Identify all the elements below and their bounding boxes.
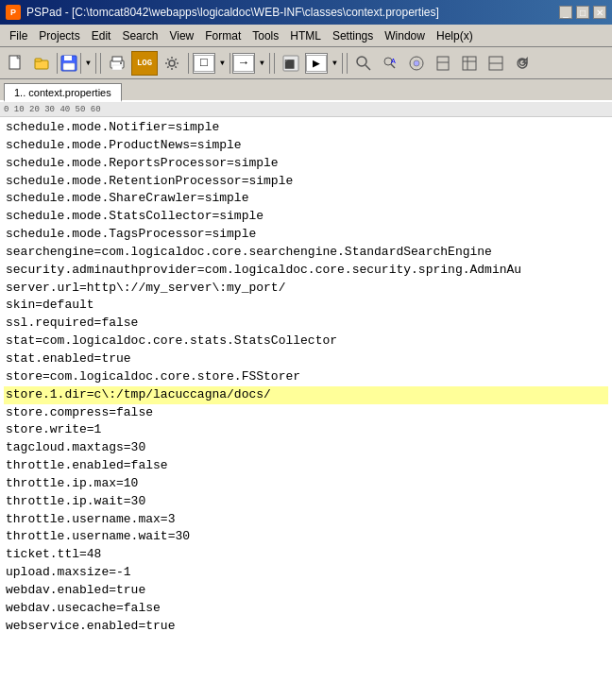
code-line-20: throttle.ip.max=10 <box>4 475 608 493</box>
code-line-2: schedule.mode.ReportsProcessor=simple <box>4 155 608 173</box>
print-button[interactable] <box>105 51 129 76</box>
maximize-button[interactable]: □ <box>576 6 589 19</box>
code-line-8: security.adminauthprovider=com.logicaldo… <box>4 262 608 280</box>
code-line-23: throttle.username.wait=30 <box>4 528 608 546</box>
separator-4 <box>347 53 348 74</box>
menu-projects[interactable]: Projects <box>33 27 85 44</box>
svg-text:A: A <box>391 57 396 65</box>
code-line-22: throttle.username.max=3 <box>4 511 608 529</box>
close-button[interactable]: ✕ <box>593 6 606 19</box>
code-line-13: stat.enabled=true <box>4 350 608 368</box>
ruler: 0 10 20 30 40 50 60 <box>0 102 612 117</box>
code-line-11: ssl.required=false <box>4 315 608 333</box>
find-button[interactable] <box>351 51 376 76</box>
code-line-21: throttle.ip.wait=30 <box>4 493 608 511</box>
arrow-combo[interactable]: → ▼ <box>232 53 270 74</box>
menu-format[interactable]: Format <box>199 27 246 44</box>
code-line-7: searchengine=com.logicaldoc.core.searche… <box>4 244 608 262</box>
code-line-6: schedule.mode.TagsProcessor=simple <box>4 226 608 244</box>
svg-point-10 <box>120 62 122 64</box>
menu-search[interactable]: Search <box>116 27 163 44</box>
code-line-16: store.compress=false <box>4 404 608 422</box>
svg-point-11 <box>169 60 175 66</box>
separator-2 <box>188 53 189 74</box>
separator-3 <box>274 53 275 74</box>
shape-dropdown[interactable]: ▼ <box>214 53 230 74</box>
arrow-dropdown[interactable]: ▼ <box>254 53 269 74</box>
ruler-text: 0 10 20 30 40 50 60 <box>0 105 101 114</box>
code-line-12: stat=com.logicaldoc.core.stats.StatsColl… <box>4 333 608 350</box>
minimize-button[interactable]: _ <box>559 6 572 19</box>
shape-combo[interactable]: □ ▼ <box>193 53 230 74</box>
code-line-5: schedule.mode.StatsCollector=simple <box>4 208 608 226</box>
code-line-26: webdav.enabled=true <box>4 582 608 600</box>
code-line-14: store=com.logicaldoc.core.store.FSStorer <box>4 368 608 386</box>
app-icon: P <box>6 5 21 20</box>
code-line-15: store.1.dir=c\:/tmp/lacuccagna/docs/ <box>4 386 608 404</box>
code-line-10: skin=default <box>4 297 608 315</box>
svg-rect-6 <box>63 63 75 70</box>
find-replace-button[interactable]: A <box>378 51 402 76</box>
code-line-25: upload.maxsize=-1 <box>4 564 608 582</box>
editor-container: schedule.mode.Notifier=simpleschedule.mo… <box>0 117 612 700</box>
svg-point-14 <box>357 57 366 66</box>
svg-point-20 <box>414 60 419 66</box>
open-button[interactable] <box>30 51 55 76</box>
menu-help[interactable]: Help(x) <box>431 27 479 44</box>
svg-line-15 <box>366 65 370 70</box>
code-line-24: ticket.ttl=48 <box>4 546 608 564</box>
code-line-3: schedule.mode.RetentionProcessor=simple <box>4 173 608 191</box>
arrow-display: → <box>233 55 254 72</box>
svg-text:⬛: ⬛ <box>284 59 296 70</box>
shape-display: □ <box>194 55 214 72</box>
title-text: PSPad - [C:\tomcat8042\webapps\logicaldo… <box>26 6 553 19</box>
svg-rect-3 <box>35 59 42 61</box>
code-line-28: webservice.enabled=true <box>4 618 608 636</box>
log-button[interactable]: LOG <box>131 51 158 76</box>
code-line-19: throttle.enabled=false <box>4 457 608 475</box>
menu-edit[interactable]: Edit <box>86 27 117 44</box>
code-line-27: webdav.usecache=false <box>4 600 608 618</box>
code-line-0: schedule.mode.Notifier=simple <box>4 119 608 137</box>
save-combo[interactable]: ▼ <box>57 53 96 74</box>
svg-rect-8 <box>112 57 122 61</box>
code-line-1: schedule.mode.ProductNews=simple <box>4 137 608 155</box>
code-editor[interactable]: schedule.mode.Notifier=simpleschedule.mo… <box>0 117 612 637</box>
toolbar: ▼ LOG □ ▼ → ▼ ⬛ ▶ ▼ A <box>0 47 612 79</box>
settings-button[interactable] <box>160 51 184 76</box>
refresh-button[interactable] <box>510 51 535 76</box>
menu-window[interactable]: Window <box>379 27 431 44</box>
save-dropdown-button[interactable]: ▼ <box>80 53 95 74</box>
editor-scroll[interactable]: schedule.mode.Notifier=simpleschedule.mo… <box>0 117 612 700</box>
new-button[interactable] <box>4 51 28 76</box>
svg-rect-23 <box>463 57 476 70</box>
menu-view[interactable]: View <box>163 27 199 44</box>
code-line-17: store.write=1 <box>4 421 608 439</box>
code-line-18: tagcloud.maxtags=30 <box>4 439 608 457</box>
menu-file[interactable]: File <box>4 27 33 44</box>
menu-tools[interactable]: Tools <box>246 27 284 44</box>
svg-rect-21 <box>437 57 449 70</box>
title-bar: P PSPad - [C:\tomcat8042\webapps\logical… <box>0 0 612 25</box>
menu-bar: File Projects Edit Search View Format To… <box>0 25 612 47</box>
separator-1 <box>100 53 101 74</box>
run-combo[interactable]: ▶ ▼ <box>305 53 343 74</box>
menu-settings[interactable]: Settings <box>327 27 379 44</box>
tab-bar: 1.. context.properties <box>0 79 612 102</box>
svg-rect-5 <box>64 56 72 60</box>
fullscreen-button[interactable] <box>457 51 482 76</box>
svg-rect-9 <box>112 65 122 70</box>
code-line-4: schedule.mode.ShareCrawler=simple <box>4 190 608 208</box>
bookmark-button[interactable] <box>431 51 455 76</box>
highlight-button[interactable] <box>404 51 429 76</box>
save-button[interactable] <box>58 51 80 76</box>
code-line-9: server.url=http\://my_server\:my_port/ <box>4 280 608 298</box>
saveas-button[interactable]: ⬛ <box>279 51 303 76</box>
run-display: ▶ <box>306 55 327 72</box>
run-dropdown[interactable]: ▼ <box>327 53 342 74</box>
panel-button[interactable] <box>484 51 508 76</box>
menu-html[interactable]: HTML <box>284 27 327 44</box>
tab-context-properties[interactable]: 1.. context.properties <box>4 83 122 102</box>
